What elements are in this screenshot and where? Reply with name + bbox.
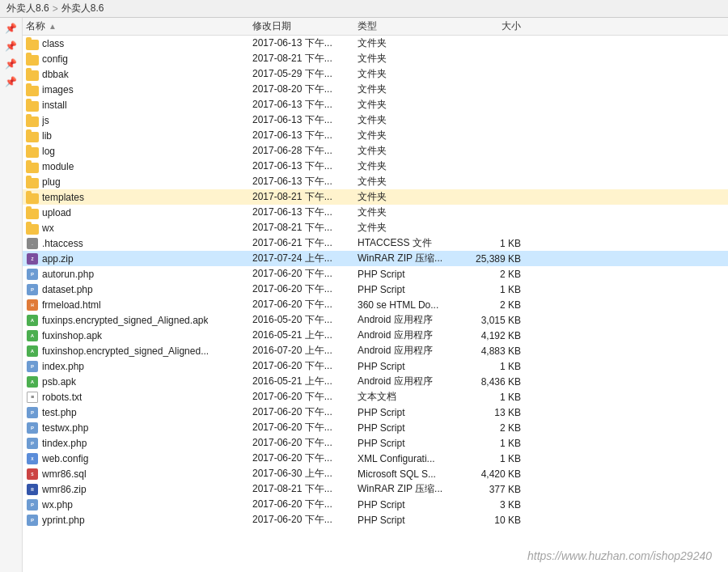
- pin-icon-1[interactable]: 📌: [4, 21, 19, 36]
- cell-name: dbbak: [26, 68, 252, 81]
- list-item[interactable]: Rwmr86.zip2017-08-21 下午...WinRAR ZIP 压缩.…: [23, 481, 728, 497]
- list-item[interactable]: module2017-06-13 下午...文件夹: [23, 159, 728, 174]
- breadcrumb-part2[interactable]: 外卖人8.6: [61, 2, 104, 15]
- cell-size: 377 KB: [463, 484, 527, 495]
- cell-date: 2016-07-20 上午...: [252, 344, 358, 358]
- filename-text: fuxinshop.apk: [42, 330, 102, 341]
- list-item[interactable]: js2017-06-13 下午...文件夹: [23, 112, 728, 128]
- cell-date: 2017-06-13 下午...: [252, 175, 358, 189]
- col-name-header[interactable]: 名称 ▲: [26, 19, 252, 33]
- sidebar-strip: 📌 📌 📌 📌: [0, 18, 23, 572]
- list-item[interactable]: install2017-06-13 下午...文件夹: [23, 97, 728, 112]
- pin-icon-4[interactable]: 📌: [4, 74, 19, 89]
- cell-name: Ptestwx.php: [26, 422, 252, 434]
- filename-text: test.php: [42, 407, 77, 418]
- list-item[interactable]: dbbak2017-05-29 下午...文件夹: [23, 66, 728, 82]
- list-item[interactable]: Swmr86.sql2017-06-30 上午...Microsoft SQL …: [23, 466, 728, 481]
- cell-name: templates: [26, 191, 252, 204]
- list-item[interactable]: Pyprint.php2017-06-20 下午...PHP Script10 …: [23, 512, 728, 528]
- list-item[interactable]: Afuxinshop.encrypted_signed_Aligned...20…: [23, 343, 728, 358]
- filename-text: .htaccess: [42, 238, 83, 249]
- breadcrumb-sep: >: [53, 3, 58, 15]
- list-item[interactable]: Afuxinshop.apk2016-05-21 上午...Android 应用…: [23, 328, 728, 343]
- cell-type: Android 应用程序: [358, 344, 463, 358]
- list-item[interactable]: Pautorun.php2017-06-20 下午...PHP Script2 …: [23, 266, 728, 282]
- cell-type: Android 应用程序: [358, 375, 463, 388]
- list-item[interactable]: wx2017-08-21 下午...文件夹: [23, 220, 728, 235]
- list-item[interactable]: upload2017-06-13 下午...文件夹: [23, 205, 728, 220]
- cell-size: 1 KB: [463, 453, 527, 464]
- list-item[interactable]: Ptestwx.php2017-06-20 下午...PHP Script2 K…: [23, 420, 728, 435]
- filename-text: wmr86.sql: [42, 468, 87, 480]
- cell-date: 2017-06-20 下午...: [252, 282, 358, 296]
- filename-text: fuxinshop.encrypted_signed_Aligned...: [42, 345, 209, 357]
- list-item[interactable]: Apsb.apk2016-05-21 上午...Android 应用程序8,43…: [23, 374, 728, 389]
- list-item[interactable]: log2017-06-28 下午...文件夹: [23, 143, 728, 159]
- list-item[interactable]: Pdataset.php2017-06-20 下午...PHP Script1 …: [23, 282, 728, 297]
- cell-name: Pdataset.php: [26, 283, 252, 296]
- list-item[interactable]: Afuxinps.encrypted_signed_Aligned.apk201…: [23, 312, 728, 328]
- filename-text: tindex.php: [42, 438, 87, 449]
- col-size-header[interactable]: 大小: [463, 19, 527, 33]
- cell-type: 文件夹: [358, 98, 463, 112]
- list-item[interactable]: Zapp.zip2017-07-24 上午...WinRAR ZIP 压缩...…: [23, 251, 728, 266]
- php-icon: P: [26, 498, 39, 511]
- filename-text: upload: [42, 207, 71, 218]
- list-item[interactable]: Pwx.php2017-06-20 下午...PHP Script3 KB: [23, 497, 728, 512]
- file-list[interactable]: class2017-06-13 下午...文件夹config2017-08-21…: [23, 36, 728, 572]
- list-item[interactable]: ..htaccess2017-06-21 下午...HTACCESS 文件1 K…: [23, 235, 728, 251]
- cell-date: 2016-05-20 下午...: [252, 313, 358, 327]
- cell-date: 2017-06-13 下午...: [252, 36, 358, 50]
- list-item[interactable]: ≡robots.txt2017-06-20 下午...文本文档1 KB: [23, 389, 728, 405]
- list-item[interactable]: Pindex.php2017-06-20 下午...PHP Script1 KB: [23, 358, 728, 374]
- cell-size: 13 KB: [463, 407, 527, 418]
- pin-icon-2[interactable]: 📌: [4, 39, 19, 53]
- cell-date: 2017-06-20 下午...: [252, 498, 358, 511]
- list-item[interactable]: config2017-08-21 下午...文件夹: [23, 51, 728, 66]
- col-date-header[interactable]: 修改日期: [252, 19, 358, 33]
- cell-date: 2016-05-21 上午...: [252, 375, 358, 388]
- cell-size: 4,192 KB: [463, 330, 527, 341]
- folder-icon: [26, 83, 39, 96]
- cell-date: 2017-06-13 下午...: [252, 98, 358, 112]
- filename-text: psb.apk: [42, 376, 76, 388]
- cell-type: XML Configurati...: [358, 453, 463, 464]
- filename-text: robots.txt: [42, 392, 82, 403]
- pin-icon-3[interactable]: 📌: [4, 57, 19, 71]
- cell-date: 2017-06-28 下午...: [252, 144, 358, 158]
- folder-icon: [26, 37, 39, 50]
- filename-text: config: [42, 53, 68, 65]
- filename-text: log: [42, 146, 55, 157]
- filename-text: class: [42, 38, 64, 49]
- list-item[interactable]: templates2017-08-21 下午...文件夹: [23, 189, 728, 205]
- filename-text: index.php: [42, 361, 84, 372]
- list-item[interactable]: class2017-06-13 下午...文件夹: [23, 36, 728, 51]
- filename-text: wx: [42, 222, 54, 234]
- col-type-header[interactable]: 类型: [358, 19, 463, 33]
- list-item[interactable]: lib2017-06-13 下午...文件夹: [23, 128, 728, 143]
- cell-name: Pautorun.php: [26, 268, 252, 281]
- column-header: 名称 ▲ 修改日期 类型 大小: [23, 18, 728, 36]
- html-icon: H: [26, 299, 39, 311]
- list-item[interactable]: images2017-08-20 下午...文件夹: [23, 82, 728, 97]
- folder-icon: [26, 129, 39, 142]
- cell-name: wx: [26, 222, 252, 235]
- cell-date: 2017-08-21 下午...: [252, 190, 358, 204]
- cell-name: Rwmr86.zip: [26, 483, 252, 496]
- list-item[interactable]: Hfrmeload.html2017-06-20 下午...360 se HTM…: [23, 297, 728, 312]
- folder-icon: [26, 160, 39, 173]
- list-item[interactable]: plug2017-06-13 下午...文件夹: [23, 174, 728, 189]
- apk-icon: A: [26, 314, 39, 327]
- cell-date: 2017-08-21 下午...: [252, 52, 358, 66]
- cell-name: Ptest.php: [26, 406, 252, 419]
- cell-name: ..htaccess: [26, 237, 252, 250]
- cell-type: PHP Script: [358, 422, 463, 434]
- cell-type: Microsoft SQL S...: [358, 468, 463, 480]
- cell-date: 2017-06-13 下午...: [252, 113, 358, 127]
- cell-type: PHP Script: [358, 269, 463, 280]
- cell-type: 文件夹: [358, 159, 463, 173]
- list-item[interactable]: Ptindex.php2017-06-20 下午...PHP Script1 K…: [23, 435, 728, 451]
- list-item[interactable]: Xweb.config2017-06-20 下午...XML Configura…: [23, 451, 728, 466]
- list-item[interactable]: Ptest.php2017-06-20 下午...PHP Script13 KB: [23, 405, 728, 420]
- breadcrumb-part1[interactable]: 外卖人8.6: [6, 2, 49, 15]
